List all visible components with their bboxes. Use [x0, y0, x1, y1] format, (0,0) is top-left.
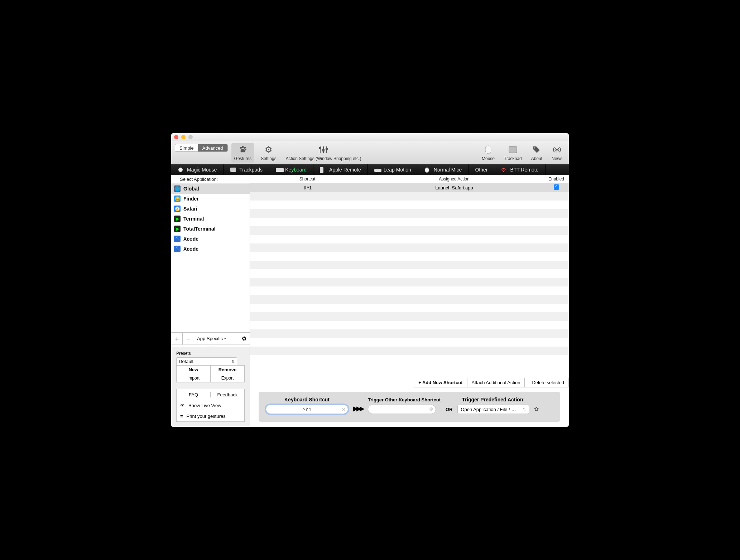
clear-icon[interactable]: ⊗ — [341, 406, 346, 412]
eye-icon: 👁 — [180, 403, 185, 408]
remote-icon — [320, 167, 326, 172]
tab-btt-remote[interactable]: BTT Remote — [494, 164, 545, 175]
clear-icon[interactable]: ⊗ — [429, 406, 433, 412]
enabled-checkbox[interactable] — [554, 184, 559, 190]
app-window: Simple Advanced Gestures ⚙︎ Settings Act… — [171, 133, 569, 427]
svg-point-3 — [245, 149, 246, 150]
presets-label: Presets — [176, 351, 245, 356]
window-controls — [174, 135, 193, 139]
toolbar-label: About — [531, 156, 542, 161]
resize-grip[interactable]: ═══ — [171, 344, 250, 347]
svg-rect-18 — [320, 167, 323, 173]
tab-label: Magic Mouse — [187, 167, 217, 173]
tab-magic-mouse[interactable]: Magic Mouse — [171, 164, 224, 175]
row-action: Launch Safari.app — [365, 185, 544, 190]
tab-keyboard[interactable]: Keyboard — [269, 164, 313, 175]
preset-export-button[interactable]: Export — [210, 374, 245, 382]
tab-leap-motion[interactable]: Leap Motion — [368, 164, 418, 175]
toolbar-settings[interactable]: ⚙︎ Settings — [258, 143, 279, 163]
tab-label: BTT Remote — [510, 167, 538, 173]
feedback-button[interactable]: Feedback — [210, 392, 244, 397]
zoom-icon[interactable] — [188, 135, 193, 139]
toolbar-label: Action Settings (Window Snapping etc.) — [286, 156, 361, 161]
app-specific-dropdown[interactable]: App Specific ▾ — [194, 336, 238, 341]
toolbar-label: Trackpad — [504, 156, 522, 161]
remove-app-button[interactable]: － — [183, 333, 194, 344]
app-item-safari[interactable]: 🧭Safari — [171, 204, 250, 214]
preset-value: Default — [179, 359, 193, 364]
app-item-finder[interactable]: 😊Finder — [171, 194, 250, 204]
delete-selected-button[interactable]: - Delete selected — [524, 378, 569, 387]
trigger-shortcut-field[interactable]: ⊗ — [368, 405, 436, 414]
tag-icon — [532, 145, 541, 155]
faq-button[interactable]: FAQ — [177, 392, 210, 397]
app-item-xcode[interactable]: 🔨Xcode — [171, 244, 250, 254]
app-item-terminal[interactable]: ▶Terminal — [171, 214, 250, 224]
app-item-xcode[interactable]: 🔨Xcode — [171, 234, 250, 244]
app-item-global[interactable]: 🌐Global — [171, 184, 250, 194]
svg-rect-17 — [276, 168, 284, 172]
col-enabled[interactable]: Enabled — [544, 175, 569, 183]
tab-normal-mice[interactable]: Normal Mice — [418, 164, 469, 175]
link-label: Print your gestures — [187, 414, 226, 419]
row-shortcut: ⇧^1 — [250, 185, 365, 190]
toolbar-mouse[interactable]: Mouse — [479, 143, 498, 163]
col-action[interactable]: Assigned Action — [365, 175, 544, 183]
sidebar: Select Application: 🌐Global 😊Finder 🧭Saf… — [171, 175, 250, 427]
app-list: 🌐Global 😊Finder 🧭Safari ▶Terminal ▶Total… — [171, 184, 250, 332]
col-shortcut[interactable]: Shortcut — [250, 175, 365, 183]
sliders-icon — [318, 145, 329, 155]
preset-new-button[interactable]: New — [176, 365, 210, 374]
toolbar-news[interactable]: News — [549, 143, 565, 163]
mode-segmented[interactable]: Simple Advanced — [175, 144, 228, 152]
attach-action-button[interactable]: Attach Additional Action — [467, 378, 525, 387]
svg-rect-15 — [178, 168, 183, 172]
tab-apple-remote[interactable]: Apple Remote — [313, 164, 368, 175]
mouse-icon — [424, 167, 431, 172]
tab-trackpads[interactable]: Trackpads — [224, 164, 269, 175]
app-label: Safari — [183, 206, 197, 212]
keyboard-shortcut-field[interactable]: ^⇧1 ⊗ — [266, 405, 348, 414]
add-shortcut-button[interactable]: + Add New Shortcut — [414, 378, 467, 387]
svg-rect-16 — [230, 168, 236, 172]
toolbar-gestures[interactable]: Gestures — [231, 143, 255, 163]
toolbar-action-settings[interactable]: Action Settings (Window Snapping etc.) — [283, 143, 364, 163]
app-item-totalterminal[interactable]: ▶TotalTerminal — [171, 224, 250, 234]
mode-advanced[interactable]: Advanced — [198, 144, 227, 151]
gear-icon: ⚙︎ — [265, 145, 273, 155]
preset-import-button[interactable]: Import — [176, 374, 210, 382]
trackpad-icon — [509, 145, 517, 155]
live-view-button[interactable]: 👁Show Live View — [177, 403, 225, 408]
preset-remove-button[interactable]: Remove — [210, 365, 245, 374]
chevron-down-icon: ▾ — [224, 337, 226, 341]
titlebar — [171, 133, 569, 141]
preset-select[interactable]: Default ⇅ — [176, 357, 237, 366]
add-app-button[interactable]: ＋ — [171, 333, 183, 344]
globe-icon: 🌐 — [174, 185, 181, 192]
tab-other[interactable]: Other — [468, 164, 494, 175]
paw-icon — [238, 145, 248, 155]
content-area: Shortcut Assigned Action Enabled ⇧^1 Lau… — [250, 175, 569, 427]
predefined-action-select[interactable]: Open Application / File / … ⇅ — [457, 405, 529, 414]
leap-icon — [374, 167, 381, 172]
close-icon[interactable] — [174, 135, 178, 139]
tab-label: Other — [475, 167, 487, 173]
terminal-icon: ▶ — [174, 226, 181, 232]
minimize-icon[interactable] — [181, 135, 186, 139]
print-gestures-button[interactable]: ≡Print your gestures — [177, 414, 229, 419]
predef-title: Trigger Predefined Action: — [457, 397, 529, 402]
sidebar-header: Select Application: — [171, 175, 250, 184]
action-gear[interactable]: ✿ — [534, 406, 539, 414]
keyboard-icon — [276, 167, 282, 172]
chevron-updown-icon: ⇅ — [523, 407, 526, 411]
toolbar-about[interactable]: About — [528, 143, 545, 163]
toolbar-label: Mouse — [482, 156, 495, 161]
sidebar-gear[interactable]: ✿ — [238, 335, 250, 342]
antenna-icon — [553, 145, 561, 155]
mode-simple[interactable]: Simple — [175, 144, 198, 151]
toolbar-trackpad[interactable]: Trackpad — [501, 143, 525, 163]
xcode-icon: 🔨 — [174, 236, 181, 242]
shortcut-row[interactable]: ⇧^1 Launch Safari.app — [250, 183, 569, 192]
sidebar-lower: Presets Default ⇅ New Remove Import Expo… — [171, 347, 250, 427]
toolbar-label: Gestures — [234, 156, 252, 161]
